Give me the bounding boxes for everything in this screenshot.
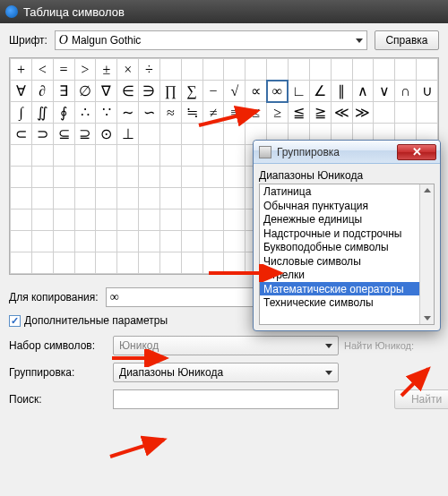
grid-cell[interactable]: ⊙ — [96, 124, 117, 145]
grid-cell[interactable]: ⊃ — [31, 124, 53, 145]
grid-cell[interactable]: − — [202, 81, 224, 102]
grid-cell — [74, 252, 96, 274]
grid-cell — [31, 210, 53, 231]
grid-cell — [267, 59, 289, 81]
grid-cell — [139, 231, 160, 252]
list-item[interactable]: Стрелки — [260, 268, 434, 282]
grid-cell — [181, 59, 202, 81]
grid-cell[interactable]: ∈ — [117, 81, 139, 102]
grid-cell[interactable]: ∇ — [96, 81, 117, 102]
charset-select[interactable]: Юникод — [113, 336, 339, 355]
grouping-select[interactable]: Диапазоны Юникода — [113, 363, 339, 382]
grid-cell[interactable]: ∽ — [139, 102, 160, 124]
grid-cell[interactable]: ∮ — [53, 102, 74, 124]
grid-cell[interactable]: ∟ — [288, 81, 309, 102]
grid-cell[interactable]: ∅ — [74, 81, 96, 102]
grid-cell[interactable]: ⊇ — [74, 124, 96, 145]
grid-cell[interactable]: ∴ — [74, 102, 96, 124]
grid-cell[interactable]: ≧ — [309, 102, 331, 124]
list-item[interactable]: Надстрочные и подстрочны — [260, 227, 434, 241]
grid-cell[interactable]: ≠ — [202, 102, 224, 124]
grid-cell[interactable]: > — [74, 59, 96, 81]
grid-cell — [159, 210, 181, 231]
font-select[interactable]: O Malgun Gothic — [55, 30, 367, 50]
window-title: Таблица символов — [23, 5, 125, 19]
list-item[interactable]: Числовые символы — [260, 254, 434, 269]
grid-cell[interactable]: ∬ — [31, 102, 53, 124]
grid-cell — [53, 145, 74, 167]
grid-cell — [11, 188, 32, 210]
grid-cell — [352, 59, 374, 81]
list-item[interactable]: Латиница — [260, 184, 434, 199]
grid-cell[interactable]: ∨ — [374, 81, 395, 102]
grid-cell[interactable]: < — [31, 59, 53, 81]
grid-cell — [11, 210, 32, 231]
grid-cell[interactable]: ∥ — [331, 81, 352, 102]
grid-cell[interactable]: ∀ — [11, 81, 32, 102]
grid-cell[interactable]: ∼ — [117, 102, 139, 124]
dialog-close-button[interactable]: ✕ — [397, 144, 436, 160]
grid-cell[interactable]: ∂ — [31, 81, 53, 102]
grid-cell[interactable]: ≦ — [288, 102, 309, 124]
chevron-down-icon — [325, 344, 332, 348]
grid-cell[interactable]: ∃ — [53, 81, 74, 102]
grid-cell[interactable]: ∑ — [181, 81, 202, 102]
grid-cell[interactable]: = — [53, 59, 74, 81]
grid-cell — [246, 59, 267, 81]
search-input[interactable] — [113, 389, 339, 409]
grid-cell[interactable]: ∋ — [139, 81, 160, 102]
grid-cell[interactable]: ∩ — [395, 81, 417, 102]
grid-cell[interactable]: + — [11, 59, 32, 81]
font-label: Шрифт: — [9, 34, 47, 47]
grid-cell — [181, 188, 202, 210]
chevron-down-icon — [356, 38, 363, 43]
grid-cell — [202, 210, 224, 231]
grid-cell[interactable]: × — [117, 59, 139, 81]
grid-cell — [159, 145, 181, 167]
charset-row: Набор символов: Юникод Найти Юникод: — [9, 336, 439, 355]
annotation-arrow — [106, 434, 173, 461]
font-row: Шрифт: O Malgun Gothic Справка — [9, 30, 439, 50]
dialog-titlebar[interactable]: Группировка ✕ — [254, 141, 440, 164]
grid-cell[interactable]: ≪ — [331, 102, 352, 124]
grid-cell — [53, 231, 74, 252]
list-item[interactable]: Обычная пунктуация — [260, 199, 434, 213]
grid-cell[interactable]: ≡ — [224, 102, 246, 124]
grid-cell[interactable]: ∵ — [96, 102, 117, 124]
grid-cell[interactable]: ∠ — [309, 81, 331, 102]
dialog-listbox[interactable]: ЛатиницаОбычная пунктуацияДенежные едини… — [259, 184, 435, 325]
grid-cell[interactable]: ⊂ — [11, 124, 32, 145]
grid-cell[interactable]: √ — [224, 81, 246, 102]
grid-cell — [181, 231, 202, 252]
list-item[interactable]: Технические символы — [260, 295, 434, 310]
grid-cell — [11, 231, 32, 252]
grid-cell[interactable]: ⊆ — [53, 124, 74, 145]
goto-unicode-label: Найти Юникод: — [344, 340, 439, 351]
grid-cell[interactable]: ≈ — [159, 102, 181, 124]
grid-cell[interactable]: ± — [96, 59, 117, 81]
grid-cell[interactable]: ∪ — [417, 81, 438, 102]
help-button[interactable]: Справка — [375, 30, 439, 50]
grid-cell[interactable]: ∫ — [11, 102, 32, 124]
grid-cell — [202, 124, 224, 145]
grid-cell[interactable]: ≥ — [267, 102, 289, 124]
grid-cell — [159, 252, 181, 274]
list-item[interactable]: Буквоподобные символы — [260, 240, 434, 254]
scrollbar[interactable] — [419, 184, 434, 324]
grid-cell[interactable]: ∝ — [246, 81, 267, 102]
grid-cell — [74, 145, 96, 167]
grid-cell[interactable]: ≒ — [181, 102, 202, 124]
list-item[interactable]: Математические операторы — [260, 282, 434, 296]
grid-cell[interactable]: ∏ — [159, 81, 181, 102]
grid-cell[interactable]: ≤ — [246, 102, 267, 124]
grid-cell[interactable]: ≫ — [352, 102, 374, 124]
grid-cell — [117, 210, 139, 231]
find-button[interactable]: Найти — [394, 389, 448, 409]
grid-cell[interactable]: ÷ — [139, 59, 160, 81]
list-item[interactable]: Денежные единицы — [260, 212, 434, 227]
grid-cell[interactable]: ⊥ — [117, 124, 139, 145]
grid-cell[interactable]: ∞ — [267, 81, 289, 102]
grid-cell — [53, 167, 74, 188]
grid-cell — [331, 59, 352, 81]
grid-cell[interactable]: ∧ — [352, 81, 374, 102]
